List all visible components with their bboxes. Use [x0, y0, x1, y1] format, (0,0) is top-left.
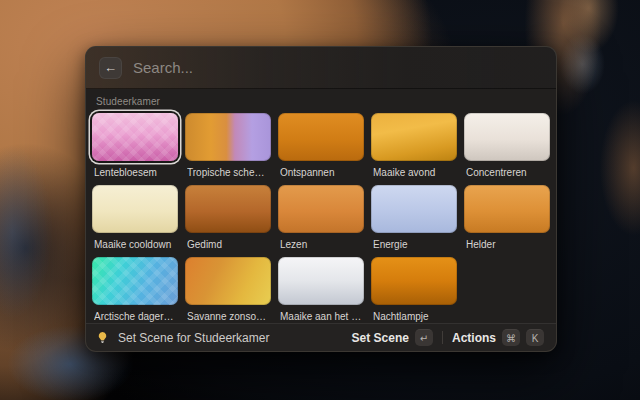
back-button[interactable]: ←: [99, 57, 122, 79]
scene-tile[interactable]: Nachtlampje: [371, 257, 457, 322]
scene-grid: Lentebloesem Tropische schemering Ontspa…: [92, 113, 550, 322]
footer-divider: [442, 331, 443, 344]
scene-name-label: Helder: [466, 239, 550, 250]
scene-name-label: Maaike cooldown: [94, 239, 178, 250]
scene-name-label: Nachtlampje: [373, 311, 457, 322]
footer-status-text: Set Scene for Studeerkamer: [118, 331, 269, 345]
scene-name-label: Energie: [373, 239, 457, 250]
scene-tile[interactable]: Maaike avond: [371, 113, 457, 178]
scene-name-label: Savanne zonsonderg…: [187, 311, 271, 322]
scene-tile[interactable]: Arctische dageraad: [92, 257, 178, 322]
actions-button[interactable]: Actions ⌘ K: [450, 327, 546, 348]
scene-thumbnail: [464, 113, 550, 161]
scene-name-label: Maaike avond: [373, 167, 457, 178]
actions-label: Actions: [452, 331, 496, 345]
scene-thumbnail: [278, 185, 364, 233]
scene-thumbnail: [371, 185, 457, 233]
scene-thumbnail: [92, 185, 178, 233]
scene-thumbnail: [185, 113, 271, 161]
scene-thumbnail: [92, 113, 178, 161]
scene-name-label: Lentebloesem: [94, 167, 178, 178]
scene-tile[interactable]: Tropische schemering: [185, 113, 271, 178]
footer-status-group[interactable]: Set Scene for Studeerkamer: [96, 331, 341, 345]
scene-thumbnail: [185, 185, 271, 233]
scene-tile[interactable]: Gedimd: [185, 185, 271, 250]
scene-tile[interactable]: Lentebloesem: [92, 113, 178, 178]
scene-thumbnail: [371, 257, 457, 305]
scene-tile[interactable]: Lezen: [278, 185, 364, 250]
search-input[interactable]: [133, 59, 543, 76]
scene-tile[interactable]: Maaike cooldown: [92, 185, 178, 250]
scene-name-label: Lezen: [280, 239, 364, 250]
scene-name-label: Arctische dageraad: [94, 311, 178, 322]
scene-thumbnail: [185, 257, 271, 305]
scene-name-label: Maaike aan het werk: [280, 311, 364, 322]
set-scene-button[interactable]: Set Scene ↵: [350, 327, 435, 348]
scene-tile[interactable]: Energie: [371, 185, 457, 250]
raycast-window: ← Studeerkamer Lentebloesem Tropische sc…: [85, 46, 557, 352]
scene-tile[interactable]: Savanne zonsonderg…: [185, 257, 271, 322]
scene-tile[interactable]: Maaike aan het werk: [278, 257, 364, 322]
scene-name-label: Gedimd: [187, 239, 271, 250]
scene-name-label: Tropische schemering: [187, 167, 271, 178]
command-key-icon: ⌘: [502, 329, 520, 346]
footer-actions: Set Scene ↵ Actions ⌘ K: [350, 327, 546, 348]
search-bar: ←: [86, 47, 556, 89]
scene-thumbnail: [371, 113, 457, 161]
scene-browser: Studeerkamer Lentebloesem Tropische sche…: [86, 89, 556, 323]
scene-name-label: Ontspannen: [280, 167, 364, 178]
scene-tile[interactable]: Concentreren: [464, 113, 550, 178]
k-key-icon: K: [526, 329, 544, 346]
arrow-left-icon: ←: [104, 61, 117, 74]
scene-thumbnail: [278, 113, 364, 161]
set-scene-label: Set Scene: [352, 331, 409, 345]
scene-tile[interactable]: Ontspannen: [278, 113, 364, 178]
lightbulb-icon: [96, 331, 109, 344]
scene-thumbnail: [92, 257, 178, 305]
scene-thumbnail: [464, 185, 550, 233]
scene-tile[interactable]: Helder: [464, 185, 550, 250]
section-header: Studeerkamer: [96, 96, 550, 107]
scene-name-label: Concentreren: [466, 167, 550, 178]
footer-bar: Set Scene for Studeerkamer Set Scene ↵ A…: [86, 323, 556, 351]
return-key-icon: ↵: [415, 329, 433, 346]
scene-thumbnail: [278, 257, 364, 305]
